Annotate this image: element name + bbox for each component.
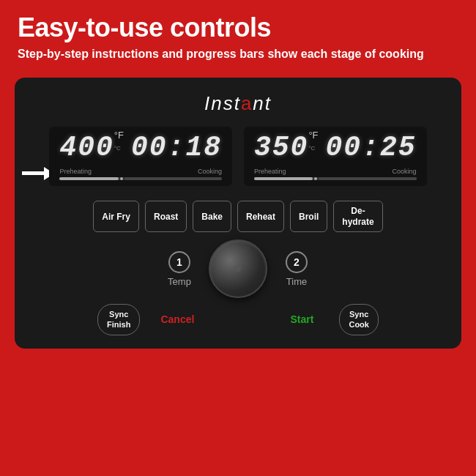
temp-right-group: 350 °F °C [254, 134, 319, 162]
brand-logo: Instant [28, 92, 448, 115]
roast-button[interactable]: Roast [145, 201, 187, 232]
progress-right: Preheating Cooking [254, 168, 417, 180]
knob-dial[interactable] [209, 239, 267, 298]
progress-right-labels: Preheating Cooking [254, 168, 417, 175]
sync-finish-button[interactable]: SyncFinish [97, 304, 140, 335]
reheat-button[interactable]: Reheat [237, 201, 284, 232]
seg-preheating-right [254, 177, 313, 180]
seg-dot-right [314, 177, 317, 180]
seg-cooking-left [124, 177, 223, 180]
label-preheating-left: Preheating [59, 168, 92, 175]
label-preheating-right: Preheating [254, 168, 286, 175]
display-right: 350 °F °C 00:25 Preheating Cooking [244, 127, 427, 186]
progress-track-left [59, 177, 222, 180]
progress-left: Preheating Cooking [59, 168, 222, 180]
temp-left-value: 400 [59, 134, 114, 162]
start-label[interactable]: Start [269, 313, 335, 325]
temp-left-unit: °F °C [114, 135, 124, 152]
arrow-shaft [22, 171, 44, 175]
label-cooking-left: Cooking [198, 168, 222, 175]
logo-text-1: Inst [204, 92, 241, 114]
time-label: Time [286, 276, 307, 287]
displays-wrapper: 400 °F °C 00:18 Preheating Cooking [28, 127, 448, 192]
progress-left-labels: Preheating Cooking [59, 168, 222, 175]
broil-button[interactable]: Broil [290, 201, 327, 232]
buttons-row: Air Fry Roast Bake Reheat Broil De-hydra… [28, 201, 448, 232]
bake-button[interactable]: Bake [193, 201, 231, 232]
seg-cooking-right [319, 177, 417, 180]
knob-section: 1 Temp 2 Time [28, 239, 448, 298]
number-circle-1: 1 [168, 251, 190, 273]
knob-outer[interactable] [209, 239, 267, 298]
header-section: Easy-to-use controls Step-by-step instru… [0, 0, 476, 69]
display-right-numbers: 350 °F °C 00:25 [254, 134, 417, 162]
label-cooking-right: Cooking [393, 168, 417, 175]
device-panel: Instant 400 °F °C 00: [15, 78, 461, 348]
number-circle-2: 2 [286, 251, 308, 273]
temp-left-group: 400 °F °C [59, 134, 124, 162]
display-left: 400 °F °C 00:18 Preheating Cooking [49, 127, 232, 186]
sync-cook-button[interactable]: SyncCook [339, 304, 379, 335]
knob-right-group: 2 Time [267, 251, 326, 287]
time-right-value: 00:25 [326, 134, 417, 162]
displays-row: 400 °F °C 00:18 Preheating Cooking [49, 127, 426, 186]
logo-dot: a [241, 92, 253, 114]
main-title: Easy-to-use controls [18, 13, 458, 42]
logo-text-2: nt [253, 92, 272, 114]
temp-right-value: 350 [254, 134, 308, 162]
cancel-label[interactable]: Cancel [144, 313, 210, 325]
seg-dot-left [120, 177, 123, 180]
bottom-row: SyncFinish Cancel Start SyncCook [28, 304, 448, 335]
display-left-numbers: 400 °F °C 00:18 [59, 134, 222, 162]
air-fry-button[interactable]: Air Fry [93, 201, 139, 232]
seg-preheating-left [59, 177, 118, 180]
time-left-group: 00:18 [131, 134, 222, 162]
dehydrate-button[interactable]: De-hydrate [333, 201, 382, 232]
time-right-group: 00:25 [326, 134, 417, 162]
temp-label: Temp [168, 276, 191, 287]
temp-right-unit: °F °C [308, 135, 318, 152]
knob-left-group: 1 Temp [150, 251, 209, 287]
knob-inner-dot [235, 266, 241, 272]
time-left-value: 00:18 [131, 134, 222, 162]
subtitle: Step-by-step instructions and progress b… [18, 47, 458, 62]
progress-track-right [254, 177, 417, 180]
